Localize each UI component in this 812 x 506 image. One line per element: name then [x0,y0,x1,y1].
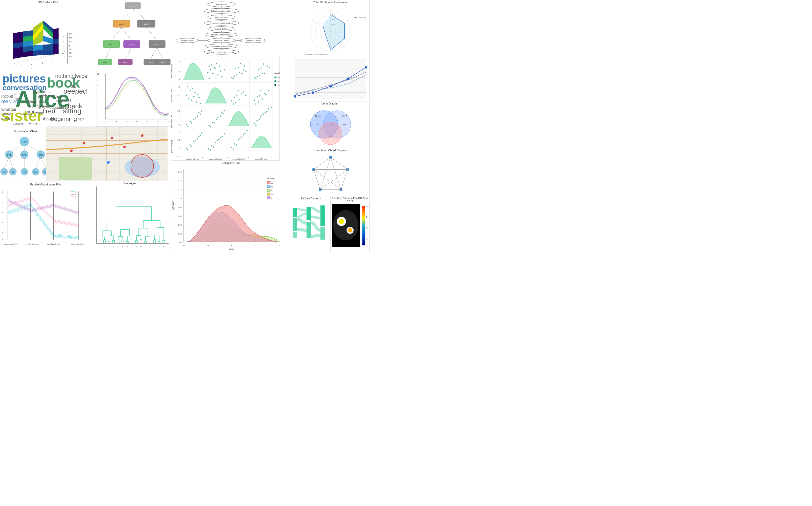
svg-text:5: 5 [118,246,119,247]
svg-text:1: 1 [2,238,3,240]
word-made: made [1,116,10,120]
svg-point-602 [348,228,352,232]
kde-curves-container: 15 10 5 -5 -3 -2 -1 0 1 2 3 [96,71,171,126]
svg-point-435 [210,126,211,128]
svg-point-500 [274,80,276,82]
svg-line-123 [151,48,157,59]
svg-text:External Influences: External Influences [246,40,261,41]
svg-point-461 [208,149,209,150]
svg-rect-341 [227,82,250,105]
word-picking: picking [28,104,41,108]
svg-point-353 [214,67,215,68]
svg-point-441 [257,120,258,121]
svg-point-598 [333,210,358,240]
svg-point-418 [255,103,257,105]
svg-text:6: 6 [2,201,3,203]
svg-text:C: C [271,189,273,192]
svg-text:0.75: 0.75 [69,56,73,58]
svg-text:1.5: 1.5 [177,147,180,149]
svg-rect-593 [307,222,311,238]
svg-point-447 [265,112,266,113]
svg-point-473 [238,140,239,141]
svg-text:petal length (cm): petal length (cm) [232,158,245,160]
svg-text:0.50: 0.50 [69,52,73,54]
svg-text:80: 80 [343,123,346,126]
svg-text:X: X [31,67,32,69]
svg-rect-596 [307,220,310,223]
svg-text:-1: -1 [125,121,127,123]
svg-point-459 [191,146,192,147]
parallel-coords-title: Parallel Coordinates Plot [0,182,91,186]
svg-marker-20 [54,44,59,49]
word-pictures: pictures [3,72,46,85]
chord-svg [291,152,370,196]
svg-line-105 [133,9,146,20]
svg-text:12: 12 [329,123,332,126]
svg-text:-2: -2 [115,121,117,123]
svg-text:0.25: 0.25 [69,48,73,50]
svg-text:0.0: 0.0 [177,156,180,157]
svg-line-117 [105,48,111,59]
svg-text:Review Effectiveness of Soluti: Review Effectiveness of Solution [209,51,234,53]
svg-point-352 [211,64,212,66]
svg-text:0: 0 [231,244,233,246]
svg-text:0.10: 0.10 [178,197,182,199]
svg-point-386 [263,64,264,65]
svg-point-394 [191,100,192,101]
svg-text:6: 6 [179,71,180,73]
svg-point-369 [241,73,243,74]
svg-point-383 [260,68,262,69]
word-well: well [33,90,39,94]
svg-text:2: 2 [179,132,180,133]
svg-point-476 [233,149,234,150]
svg-text:Disagreements: Disagreements [181,40,193,42]
dendrogram-container: Dendrogram 2.00 - - - [90,181,171,253]
svg-point-354 [210,69,211,71]
word-conversation: conversation [3,84,47,92]
svg-point-359 [218,74,219,76]
svg-point-382 [258,69,259,71]
word-stupid: stupid [56,98,67,103]
svg-text:D: D [271,193,273,195]
svg-text:1.9: 1.9 [366,206,369,207]
svg-marker-15 [54,49,59,55]
svg-point-399 [200,103,201,104]
svg-text:Total Annual Pe: Total Annual Pe [353,17,366,18]
radar-chart-container: Total Mid-March Employees 100 200 300 [291,0,370,57]
svg-point-470 [224,133,225,135]
svg-text:1: 1 [75,193,76,196]
word-sleepy: sleepy [13,92,24,96]
svg-text:leaf 1: leaf 1 [109,44,113,45]
svg-text:2: 2 [42,62,43,64]
svg-point-479 [236,145,237,146]
svg-point-362 [209,78,210,79]
svg-text:2.5: 2.5 [177,102,180,104]
svg-text:2: 2 [182,157,183,158]
svg-marker-19 [43,44,54,50]
word-getting: getting [25,99,36,103]
svg-point-381 [264,73,265,74]
svg-rect-595 [320,227,325,240]
svg-text:12: 12 [149,246,151,247]
svg-text:2: 2 [205,157,206,158]
svg-point-402 [236,95,238,97]
svg-text:Density: Density [171,201,174,209]
svg-point-561 [312,91,314,94]
svg-text:40: 40 [329,135,332,138]
dr2-label: DR2 [22,154,26,156]
svg-text:0: 0 [75,191,76,193]
svg-point-439 [224,110,225,111]
svg-rect-344 [204,105,227,128]
svg-point-468 [220,137,222,138]
flowchart-container: Identify Issue Gather Information on Iss… [172,0,266,56]
svg-point-457 [195,140,196,142]
svg-line-582 [314,157,331,170]
svg-text:0.25: 0.25 [69,40,73,43]
svg-rect-603 [362,206,365,245]
svg-point-364 [224,69,225,71]
svg-point-466 [210,150,211,151]
svg-point-380 [262,73,263,74]
sankey-svg [291,200,331,253]
svg-rect-338 [250,60,272,82]
chord-diagram-container: Non-ribbon Chord Diagram [291,148,370,196]
